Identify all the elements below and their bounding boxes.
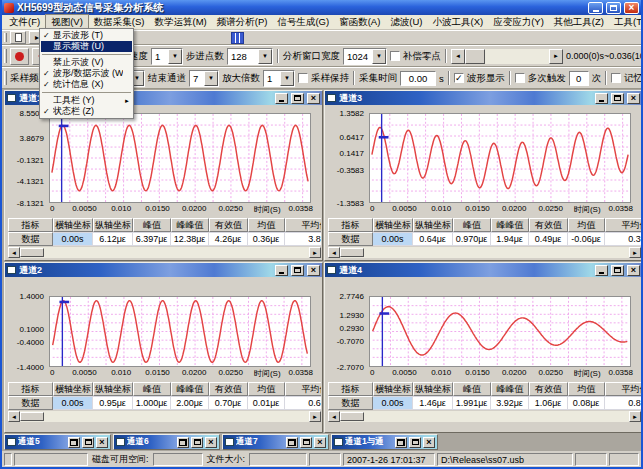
table-header-cell[interactable]: 均值 (568, 382, 605, 396)
table-header-cell[interactable]: 峰峰值 (491, 382, 529, 396)
minimized-close-button[interactable]: × (96, 437, 108, 448)
table-header-cell[interactable]: 纵轴坐标 (413, 218, 453, 232)
minimized-close-button[interactable]: × (423, 437, 435, 448)
menu-item-window-func[interactable]: 窗函数(A) (334, 15, 385, 30)
scroll-right-icon[interactable]: ► (629, 247, 641, 258)
channel-close-button[interactable]: × (627, 265, 640, 276)
minimized-close-button[interactable]: × (314, 437, 326, 448)
table-h-scrollbar[interactable]: ◄ ► (8, 411, 321, 422)
row-header-cell[interactable]: 数据 (328, 232, 373, 246)
channel-close-button[interactable]: × (307, 93, 320, 104)
scrollbar-track[interactable] (20, 411, 309, 422)
scrollbar-thumb[interactable] (340, 248, 364, 257)
scroll-right-icon[interactable]: ► (309, 247, 321, 258)
minimized-restore-button[interactable] (286, 437, 298, 448)
table-header-cell[interactable]: 指标 (8, 218, 53, 232)
channel-maximize-button[interactable] (611, 93, 624, 104)
table-header-cell[interactable]: 平均值 (605, 218, 641, 232)
table-header-cell[interactable]: 横轴坐标 (53, 382, 93, 396)
table-header-cell[interactable]: 有效值 (209, 218, 248, 232)
toolbar-grip[interactable] (4, 49, 7, 63)
table-h-scrollbar[interactable]: ◄ ► (8, 247, 321, 258)
channel-maximize-button[interactable] (291, 93, 304, 104)
waveform-plot-area[interactable]: 1.40000.1000-0.4000-1.4000 00.00500.0100… (49, 296, 311, 378)
table-header-cell[interactable]: 横轴坐标 (373, 382, 413, 396)
scroll-left-icon[interactable]: ◄ (8, 247, 20, 258)
zero-comp-checkbox[interactable] (390, 51, 400, 61)
popup-item-statusbar[interactable]: ✓状态栏 (Z) (41, 106, 132, 117)
minimized-window-2[interactable]: 通道6× (113, 434, 220, 450)
channel-minimize-button[interactable] (275, 93, 288, 104)
channel-maximize-button[interactable] (291, 265, 304, 276)
channel-close-button[interactable]: × (307, 265, 320, 276)
collect-time-input[interactable]: 0.00 (400, 71, 436, 86)
menu-item-strain-stress[interactable]: 应变应力(Y) (488, 15, 549, 30)
chevron-down-icon[interactable]: ▼ (372, 49, 386, 64)
row-header-cell[interactable]: 数据 (8, 396, 53, 410)
scroll-right-icon[interactable]: ► (549, 49, 563, 64)
table-header-cell[interactable]: 均值 (248, 382, 285, 396)
table-header-cell[interactable]: 指标 (8, 382, 53, 396)
chevron-down-icon[interactable]: ▼ (280, 71, 294, 86)
channel-minimize-button[interactable] (275, 265, 288, 276)
table-header-cell[interactable]: 指标 (328, 382, 373, 396)
toolbar-grip[interactable] (4, 33, 7, 42)
table-header-cell[interactable]: 横轴坐标 (53, 218, 93, 232)
channel-close-button[interactable]: × (627, 93, 640, 104)
popup-item-stats-info[interactable]: ✓统计信息 (X) (41, 79, 132, 90)
step-points-combobox[interactable]: 128 ▼ (227, 48, 273, 65)
scrollbar-thumb[interactable] (20, 248, 44, 257)
waveform-plot[interactable] (369, 113, 631, 203)
minimized-maximize-button[interactable] (300, 437, 312, 448)
minimized-maximize-button[interactable] (409, 437, 421, 448)
scrollbar-thumb[interactable] (20, 412, 44, 421)
table-header-cell[interactable]: 峰值 (133, 218, 171, 232)
waveform-plot-area[interactable]: 8.55053.8679-0.1321-4.1321-8.1321 00.005… (49, 113, 311, 214)
table-header-cell[interactable]: 有效值 (529, 218, 568, 232)
menu-item-math[interactable]: 数学运算(M) (149, 15, 211, 30)
menu-item-filter[interactable]: 滤波(U) (385, 15, 427, 30)
chevron-down-icon[interactable]: ▼ (204, 71, 218, 86)
table-header-cell[interactable]: 均值 (248, 218, 285, 232)
table-header-cell[interactable]: 纵轴坐标 (413, 382, 453, 396)
scrollbar-thumb[interactable] (340, 412, 364, 421)
scrollbar-thumb[interactable] (465, 49, 485, 64)
channel-maximize-button[interactable] (611, 265, 624, 276)
menu-item-signal-gen[interactable]: 信号生成(G) (272, 15, 334, 30)
waveform-plot-area[interactable]: 2.77461.29300.2930-0.7070-2.7070 00.0050… (369, 296, 631, 378)
waveform-plot[interactable] (49, 113, 311, 203)
menu-item-other-tools[interactable]: 其他工具(Z) (549, 15, 609, 30)
table-header-cell[interactable]: 有效值 (209, 382, 248, 396)
chevron-down-icon[interactable]: ▼ (168, 49, 182, 64)
waveform-plot-area[interactable]: 1.35820.64170.1417-0.3583-1.3583 00.0050… (369, 113, 631, 214)
scroll-left-icon[interactable]: ◄ (328, 411, 340, 422)
channel-minimize-button[interactable] (595, 93, 608, 104)
row-header-cell[interactable]: 数据 (328, 396, 373, 410)
menu-item-spectrum[interactable]: 频谱分析(P) (212, 15, 273, 30)
gain-combobox[interactable]: 1 ▼ (263, 70, 295, 87)
scroll-left-icon[interactable]: ◄ (451, 49, 465, 64)
table-header-cell[interactable]: 平均值 (605, 382, 641, 396)
waveform-plot[interactable] (49, 296, 311, 367)
wave-display-checkbox[interactable]: ✓ (454, 73, 464, 83)
table-h-scrollbar[interactable]: ◄ ► (328, 411, 641, 422)
minimized-window-3[interactable]: 通道7× (222, 434, 329, 450)
minimized-restore-button[interactable] (395, 437, 407, 448)
maximize-button[interactable] (606, 2, 621, 14)
new-file-button[interactable] (10, 31, 26, 44)
table-header-cell[interactable]: 纵轴坐标 (93, 218, 133, 232)
table-header-cell[interactable]: 峰值 (133, 382, 171, 396)
close-button[interactable]: × (624, 2, 639, 14)
table-h-scrollbar[interactable]: ◄ ► (328, 247, 641, 258)
row-header-cell[interactable]: 数据 (8, 232, 53, 246)
table-header-cell[interactable]: 峰峰值 (171, 382, 209, 396)
table-header-cell[interactable]: 横轴坐标 (373, 218, 413, 232)
toolbar-grip[interactable] (4, 71, 7, 85)
chevron-down-icon[interactable]: ▼ (258, 49, 272, 64)
scroll-left-icon[interactable]: ◄ (8, 411, 20, 422)
waveform-plot[interactable] (369, 296, 631, 367)
play-speed-combobox[interactable]: 1 ▼ (151, 48, 183, 65)
multi-trigger-checkbox[interactable] (515, 73, 525, 83)
end-channel-combobox[interactable]: 7 ▼ (189, 70, 219, 87)
table-header-cell[interactable]: 平均值 (285, 382, 321, 396)
